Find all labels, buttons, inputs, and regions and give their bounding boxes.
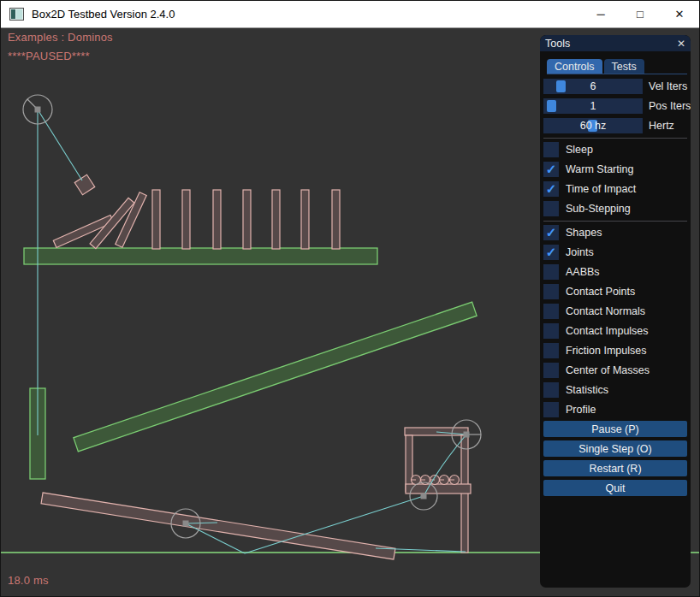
example-title: Examples : Dominos	[8, 31, 113, 44]
dynamic-box[interactable]	[406, 435, 412, 492]
maximize-button[interactable]: □	[620, 1, 660, 27]
joint-line	[38, 109, 82, 180]
checkbox-label-joints: Joints	[566, 246, 594, 258]
button-single-step-o[interactable]: Single Step (O)	[543, 440, 687, 457]
check-icon: ✓	[546, 245, 557, 258]
checkbox-sub-stepping[interactable]	[543, 201, 559, 216]
tab-tests[interactable]: Tests	[604, 59, 644, 74]
joint-anchor	[35, 107, 41, 113]
domino-standing[interactable]	[152, 190, 160, 249]
titlebar[interactable]: Box2D Testbed Version 2.4.0 ─ □ ✕	[1, 1, 699, 28]
paused-status: ****PAUSED****	[8, 50, 90, 62]
slider-value-vel-iters: 6	[543, 79, 643, 94]
domino-standing[interactable]	[213, 190, 221, 249]
domino-standing[interactable]	[243, 190, 251, 249]
domino-standing[interactable]	[272, 190, 280, 249]
checkbox-sleep[interactable]	[543, 142, 559, 157]
window-title: Box2D Testbed Version 2.4.0	[32, 8, 175, 21]
tools-panel-close-icon[interactable]: ✕	[677, 38, 685, 50]
slider-row-hertz: 60 hzHertz	[543, 118, 687, 133]
checkbox-row-contact-impulses: Contact Impulses	[543, 323, 687, 339]
domino-standing[interactable]	[182, 190, 190, 249]
button-quit[interactable]: Quit	[543, 480, 687, 496]
checkbox-center-of-masses[interactable]	[543, 363, 559, 378]
checkbox-label-shapes: Shapes	[566, 227, 602, 239]
check-icon: ✓	[546, 226, 557, 239]
slider-label-pos-iters: Pos Iters	[649, 100, 691, 112]
checkbox-row-joints: ✓Joints	[543, 245, 687, 260]
checkbox-row-time-of-impact: ✓Time of Impact	[543, 181, 687, 197]
checkbox-warm-starting[interactable]: ✓	[543, 162, 559, 177]
slider-value-pos-iters: 1	[543, 98, 643, 114]
checkbox-label-profile: Profile	[566, 404, 596, 416]
checkbox-row-contact-normals: Contact Normals	[543, 304, 687, 319]
checkbox-row-center-of-masses: Center of Masses	[543, 363, 687, 378]
joint-anchor	[464, 432, 470, 438]
app-icon	[9, 8, 24, 21]
checkbox-row-friction-impulses: Friction Impulses	[543, 343, 687, 358]
slider-label-vel-iters: Vel Iters	[649, 80, 687, 92]
button-pause-p[interactable]: Pause (P)	[543, 421, 687, 437]
app-window: Box2D Testbed Version 2.4.0 ─ □ ✕ Exampl…	[0, 0, 700, 597]
separator	[543, 221, 687, 222]
joint-anchor	[183, 521, 189, 527]
checkbox-row-contact-points: Contact Points	[543, 284, 687, 299]
dynamic-box[interactable]	[74, 174, 95, 195]
checkbox-profile[interactable]	[543, 402, 559, 417]
slider-hertz[interactable]: 60 hz	[543, 118, 643, 133]
frame-time: 18.0 ms	[8, 574, 49, 587]
checkbox-label-contact-normals: Contact Normals	[566, 305, 645, 317]
close-button[interactable]: ✕	[660, 1, 699, 27]
checkbox-label-warm-starting: Warm Starting	[566, 163, 633, 175]
checkbox-friction-impulses[interactable]	[543, 343, 559, 358]
checkbox-aabbs[interactable]	[543, 264, 559, 280]
checkbox-label-sleep: Sleep	[566, 144, 593, 156]
checkbox-statistics[interactable]	[543, 382, 559, 398]
checkbox-row-aabbs: AABBs	[543, 264, 687, 280]
slider-value-hertz: 60 hz	[543, 118, 643, 133]
tools-panel: Tools ✕ ControlsTests 6Vel Iters1Pos Ite…	[540, 35, 691, 588]
tools-panel-titlebar[interactable]: Tools ✕	[540, 35, 691, 51]
checkbox-label-time-of-impact: Time of Impact	[566, 183, 636, 195]
tab-controls[interactable]: Controls	[547, 59, 602, 74]
domino-standing[interactable]	[301, 190, 309, 249]
checkbox-shapes[interactable]: ✓	[543, 225, 559, 240]
dynamic-box[interactable]	[41, 493, 395, 559]
checkbox-label-sub-stepping: Sub-Stepping	[566, 203, 631, 215]
button-restart-r[interactable]: Restart (R)	[543, 460, 687, 476]
tools-panel-title: Tools	[545, 38, 570, 50]
joint-anchor	[421, 494, 427, 499]
slider-row-pos-iters: 1Pos Iters	[543, 98, 687, 114]
checkbox-joints[interactable]: ✓	[543, 245, 559, 260]
checkbox-time-of-impact[interactable]: ✓	[543, 181, 559, 197]
slider-vel-iters[interactable]: 6	[543, 79, 643, 94]
check-icon: ✓	[546, 163, 557, 175]
domino-standing[interactable]	[332, 190, 340, 249]
checkbox-label-contact-points: Contact Points	[566, 286, 635, 298]
checkbox-label-statistics: Statistics	[566, 384, 608, 396]
checkbox-row-sleep: Sleep	[543, 142, 687, 157]
checkbox-label-aabbs: AABBs	[566, 266, 600, 278]
slider-pos-iters[interactable]: 1	[543, 98, 643, 114]
checkbox-contact-points[interactable]	[543, 284, 559, 299]
slider-label-hertz: Hertz	[649, 120, 674, 132]
tab-bar: ControlsTests	[547, 59, 687, 74]
minimize-button[interactable]: ─	[581, 1, 620, 27]
separator	[543, 138, 687, 139]
checkbox-label-contact-impulses: Contact Impulses	[566, 325, 649, 337]
checkbox-contact-impulses[interactable]	[543, 323, 559, 339]
static-platform[interactable]	[24, 248, 377, 264]
checkbox-row-statistics: Statistics	[543, 382, 687, 398]
slider-row-vel-iters: 6Vel Iters	[543, 79, 687, 94]
checkbox-label-friction-impulses: Friction Impulses	[566, 345, 646, 357]
check-icon: ✓	[546, 182, 557, 195]
checkbox-row-warm-starting: ✓Warm Starting	[543, 162, 687, 177]
checkbox-contact-normals[interactable]	[543, 304, 559, 319]
checkbox-row-shapes: ✓Shapes	[543, 225, 687, 240]
checkbox-row-sub-stepping: Sub-Stepping	[543, 201, 687, 216]
checkbox-row-profile: Profile	[543, 402, 687, 417]
checkbox-label-center-of-masses: Center of Masses	[566, 364, 650, 376]
